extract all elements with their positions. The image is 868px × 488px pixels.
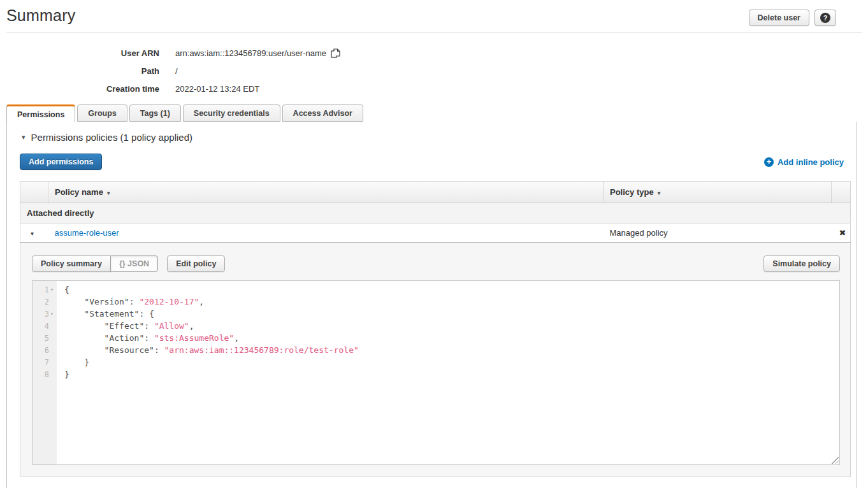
tab-tags[interactable]: Tags (1)	[129, 104, 181, 122]
line-number: 7	[45, 358, 49, 367]
policy-type-value: Managed policy	[604, 224, 832, 243]
policy-detail-row: Policy summary {} JSON Edit policy Simul…	[20, 243, 851, 477]
editor-code-area: { "Version": "2012-10-17", "Statement": …	[57, 281, 839, 380]
code-line: "Resource": "arn:aws:iam::123456789:role…	[64, 344, 839, 356]
code-line: }	[64, 356, 839, 368]
code-line: "Version": "2012-10-17",	[64, 296, 839, 308]
line-number: 6	[45, 346, 49, 355]
policy-name-link[interactable]: assume-role-user	[55, 228, 119, 238]
tab-groups[interactable]: Groups	[77, 104, 127, 122]
edit-policy-button[interactable]: Edit policy	[167, 255, 225, 272]
detail-row-path: Path /	[6, 62, 862, 80]
editor-resize-handle[interactable]	[830, 456, 839, 464]
policy-summary-button[interactable]: Policy summary	[32, 255, 111, 272]
add-inline-policy-link[interactable]: + Add inline policy	[764, 157, 844, 167]
add-permissions-button[interactable]: Add permissions	[20, 154, 102, 170]
delete-user-button[interactable]: Delete user	[749, 10, 809, 26]
page-title: Summary	[6, 6, 75, 25]
policy-type-column-header[interactable]: Policy type▾	[604, 182, 832, 203]
fold-caret-icon[interactable]: ▾	[49, 287, 55, 292]
line-number: 3	[45, 310, 49, 319]
iam-user-summary-page: Summary Delete user ? User ARN arn:aws:i…	[0, 0, 868, 488]
user-arn-value: arn:aws:iam::123456789:user/user-name	[175, 48, 326, 58]
fold-caret-icon[interactable]: ▾	[49, 311, 55, 317]
line-number: 1	[45, 285, 49, 294]
code-line: "Statement": {	[64, 308, 839, 320]
permissions-policies-title: Permissions policies (1 policy applied)	[31, 132, 192, 143]
policy-table-header-row: Policy name▾ Policy type▾	[20, 182, 851, 203]
expand-column-header	[20, 182, 48, 203]
json-policy-editor[interactable]: 1▾ 2 3▾ 4 5 6 7 8 { "V	[32, 280, 840, 465]
code-line: "Action": "sts:AssumeRole",	[64, 332, 839, 344]
code-line: {	[64, 283, 839, 296]
collapse-caret-icon: ▾	[22, 133, 25, 141]
code-line: }	[64, 368, 839, 380]
help-button[interactable]: ?	[814, 10, 836, 26]
policy-view-toggle: Policy summary {} JSON	[32, 255, 158, 272]
plus-icon: +	[764, 157, 774, 167]
tab-bar: Permissions Groups Tags (1) Security cre…	[6, 104, 862, 122]
line-number: 2	[45, 298, 49, 306]
simulate-policy-button[interactable]: Simulate policy	[763, 255, 840, 272]
editor-gutter: 1▾ 2 3▾ 4 5 6 7 8	[33, 281, 57, 464]
permissions-tab-content: ▾ Permissions policies (1 policy applied…	[6, 122, 857, 488]
copy-arn-button[interactable]	[331, 48, 340, 58]
sort-caret-icon: ▾	[658, 190, 661, 196]
page-header: Summary Delete user ?	[6, 0, 862, 26]
tab-access-advisor[interactable]: Access Advisor	[282, 104, 363, 122]
user-arn-label: User ARN	[6, 48, 159, 58]
header-divider	[6, 32, 862, 32]
attached-directly-group-row: Attached directly	[20, 203, 851, 224]
policy-detail-toolbar: Policy summary {} JSON Edit policy Simul…	[32, 255, 840, 272]
code-line: "Effect": "Allow",	[64, 320, 839, 332]
line-number: 5	[45, 334, 49, 343]
sort-caret-icon: ▾	[107, 190, 110, 196]
policy-row-assume-role-user: ▾ assume-role-user Managed policy ✖	[20, 224, 851, 243]
line-number: 8	[45, 370, 49, 379]
action-column-header	[832, 182, 851, 203]
line-number: 4	[45, 322, 49, 331]
detail-row-user-arn: User ARN arn:aws:iam::123456789:user/use…	[6, 44, 862, 62]
path-label: Path	[6, 66, 159, 76]
tab-permissions[interactable]: Permissions	[6, 104, 75, 122]
detail-row-creation-time: Creation time 2022-01-12 13:24 EDT	[6, 80, 862, 97]
policy-table: Policy name▾ Policy type▾ Attached direc…	[20, 181, 851, 477]
attached-directly-label: Attached directly	[20, 203, 851, 224]
header-actions: Delete user ?	[749, 6, 862, 26]
policy-actions-row: Add permissions + Add inline policy	[20, 154, 851, 170]
help-icon: ?	[820, 13, 830, 23]
policy-detail-panel: Policy summary {} JSON Edit policy Simul…	[20, 243, 850, 477]
user-details: User ARN arn:aws:iam::123456789:user/use…	[6, 44, 862, 97]
path-value: /	[175, 66, 178, 76]
permissions-policies-section-header[interactable]: ▾ Permissions policies (1 policy applied…	[20, 132, 851, 143]
tab-security-credentials[interactable]: Security credentials	[183, 104, 280, 122]
policy-name-column-header[interactable]: Policy name▾	[48, 182, 604, 203]
detach-policy-icon[interactable]: ✖	[838, 228, 848, 238]
row-expand-caret-icon[interactable]: ▾	[27, 230, 34, 237]
json-view-button[interactable]: {} JSON	[110, 255, 158, 272]
copy-icon	[331, 48, 340, 58]
creation-time-label: Creation time	[6, 84, 159, 94]
creation-time-value: 2022-01-12 13:24 EDT	[175, 84, 259, 94]
